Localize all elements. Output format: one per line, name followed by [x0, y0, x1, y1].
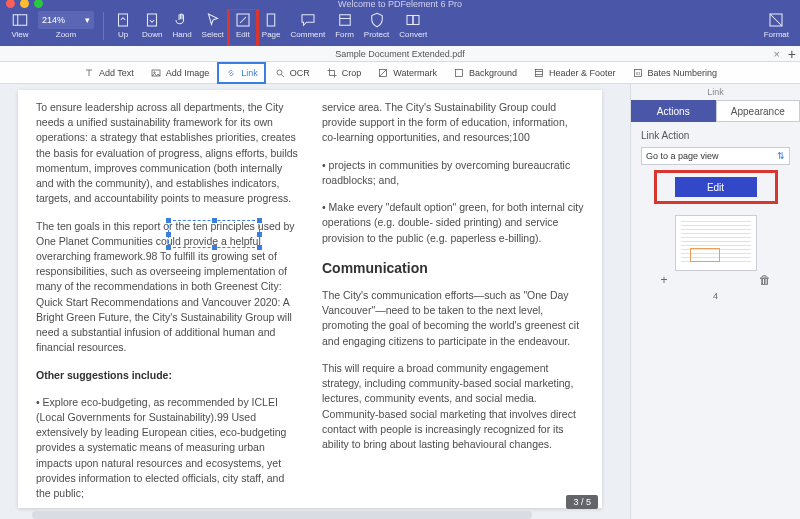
main-toolbar: View 214% ▾ Zoom Up Down Hand Select Edi…	[0, 9, 800, 46]
tab-appearance[interactable]: Appearance	[716, 100, 801, 122]
svg-rect-9	[413, 16, 419, 25]
format-button[interactable]: Format	[759, 9, 794, 46]
link-edit-button[interactable]: Edit	[675, 177, 757, 197]
svg-rect-6	[339, 15, 350, 26]
horizontal-scrollbar[interactable]	[32, 511, 532, 519]
page-column-right: service area. The City's Sustainability …	[322, 100, 584, 498]
crop-button[interactable]: Crop	[318, 62, 370, 84]
background-button[interactable]: Background	[445, 62, 525, 84]
select-button[interactable]: Select	[197, 9, 229, 46]
page-thumbnail[interactable]	[675, 215, 757, 271]
add-page-icon[interactable]: +	[661, 273, 668, 287]
page-button[interactable]: Page	[257, 9, 286, 46]
bates-button[interactable]: 01Bates Numbering	[624, 62, 726, 84]
tab-actions[interactable]: Actions	[631, 100, 716, 122]
hand-button[interactable]: Hand	[167, 9, 196, 46]
svg-rect-18	[455, 69, 462, 76]
add-text-button[interactable]: Add Text	[75, 62, 142, 84]
section-label: Link Action	[641, 130, 790, 141]
edit-button-highlight: Edit	[657, 173, 775, 201]
edit-button[interactable]: Edit	[229, 9, 257, 46]
body-text: • Make every "default option" green, for…	[322, 200, 584, 246]
app-title: Welcome to PDFelement 6 Pro	[0, 0, 800, 9]
panel-title: Link	[631, 84, 800, 100]
delete-page-icon[interactable]: 🗑	[759, 273, 771, 287]
zoom-value: 214%	[42, 15, 65, 25]
edit-subtoolbar: Add Text Add Image Link OCR Crop Waterma…	[0, 62, 800, 84]
main-area: To ensure leadership across all departme…	[0, 84, 800, 519]
ocr-button[interactable]: OCR	[266, 62, 318, 84]
tab-add-icon[interactable]: +	[788, 46, 796, 62]
svg-rect-5	[267, 14, 275, 26]
link-button[interactable]: Link	[217, 62, 266, 84]
body-text: • projects in communities by overcoming …	[322, 158, 584, 188]
up-button[interactable]: Up	[109, 9, 137, 46]
link-selection-box[interactable]	[168, 220, 260, 248]
comment-button[interactable]: Comment	[286, 9, 331, 46]
separator-icon	[103, 12, 104, 40]
svg-line-11	[770, 14, 782, 26]
chevron-updown-icon: ⇅	[777, 151, 785, 161]
body-text: • Explore eco-budgeting, as recommended …	[36, 395, 298, 502]
watermark-button[interactable]: Watermark	[369, 62, 445, 84]
zoom-control[interactable]: 214% ▾ Zoom	[34, 9, 98, 46]
svg-line-15	[281, 74, 284, 77]
svg-rect-0	[13, 15, 27, 26]
thumbnail-label: 4	[641, 291, 790, 301]
page-indicator: 3 / 5	[566, 495, 598, 509]
svg-rect-2	[119, 14, 128, 26]
document-tab[interactable]: Sample Document Extended.pdf	[0, 49, 800, 59]
svg-rect-8	[407, 16, 413, 25]
svg-rect-19	[536, 69, 543, 76]
down-button[interactable]: Down	[137, 9, 167, 46]
body-text: To ensure leadership across all departme…	[36, 100, 298, 207]
chevron-down-icon: ▾	[85, 15, 90, 25]
svg-line-17	[380, 69, 387, 76]
document-viewport[interactable]: To ensure leadership across all departme…	[0, 84, 630, 519]
add-image-button[interactable]: Add Image	[142, 62, 218, 84]
document-tabbar: Sample Document Extended.pdf × +	[0, 46, 800, 62]
properties-panel: Link Actions Appearance Link Action Go t…	[630, 84, 800, 519]
svg-text:01: 01	[636, 71, 641, 76]
form-button[interactable]: Form	[330, 9, 359, 46]
link-action-select[interactable]: Go to a page view ⇅	[641, 147, 790, 165]
zoom-label: Zoom	[56, 30, 76, 39]
pdf-page[interactable]: To ensure leadership across all departme…	[18, 90, 602, 508]
body-text: The City's communication efforts—such as…	[322, 288, 584, 349]
svg-rect-3	[148, 14, 157, 26]
body-text: service area. The City's Sustainability …	[322, 100, 584, 146]
view-label: View	[11, 30, 28, 39]
svg-point-14	[277, 70, 282, 75]
page-column-left: To ensure leadership across all departme…	[36, 100, 298, 498]
titlebar: Welcome to PDFelement 6 Pro	[0, 0, 800, 9]
select-value: Go to a page view	[646, 151, 719, 161]
view-button[interactable]: View	[6, 9, 34, 46]
heading: Other suggestions include:	[36, 368, 298, 383]
heading: Communication	[322, 258, 584, 278]
convert-button[interactable]: Convert	[394, 9, 432, 46]
body-text: This will require a broad community enga…	[322, 361, 584, 452]
header-footer-button[interactable]: Header & Footer	[525, 62, 624, 84]
tab-close-icon[interactable]: ×	[774, 48, 780, 60]
protect-button[interactable]: Protect	[359, 9, 394, 46]
